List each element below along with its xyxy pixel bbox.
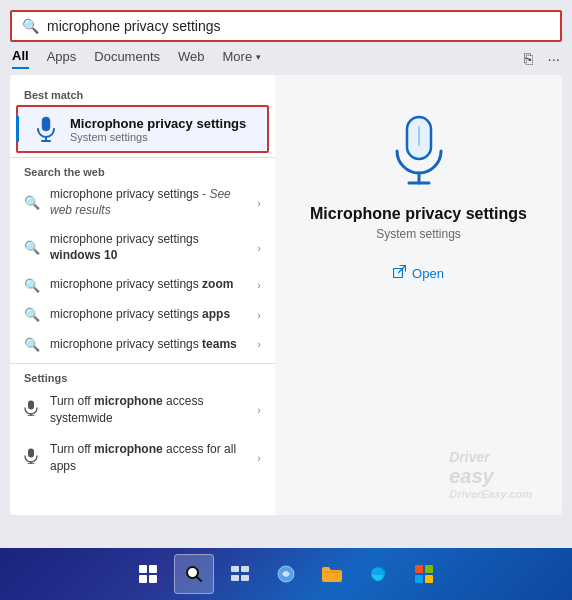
search-icon: 🔍 xyxy=(24,240,40,255)
tab-all[interactable]: All xyxy=(12,48,29,69)
best-match-title: Microphone privacy settings xyxy=(70,116,246,131)
svg-rect-20 xyxy=(231,566,239,572)
external-link-icon xyxy=(393,265,406,281)
list-item[interactable]: 🔍 microphone privacy settings - See web … xyxy=(10,180,275,225)
open-link[interactable]: Open xyxy=(393,265,444,281)
tab-web[interactable]: Web xyxy=(178,49,205,68)
svg-line-19 xyxy=(197,577,202,582)
search-bar-icon: 🔍 xyxy=(22,18,39,34)
chevron-right-icon: › xyxy=(257,197,261,209)
microsoft-store-button[interactable] xyxy=(404,554,444,594)
settings-item-text-1: Turn off microphone access systemwide xyxy=(50,393,247,427)
file-explorer-button[interactable] xyxy=(312,554,352,594)
taskbar-search-button[interactable] xyxy=(174,554,214,594)
chevron-right-icon: › xyxy=(257,452,261,464)
microphone-small-icon xyxy=(24,448,40,467)
share-icon[interactable]: ⎘ xyxy=(524,50,533,67)
list-item[interactable]: 🔍 microphone privacy settings apps › xyxy=(10,300,275,330)
best-match-text: Microphone privacy settings System setti… xyxy=(70,116,246,143)
svg-rect-6 xyxy=(28,449,34,458)
svg-rect-16 xyxy=(139,575,147,583)
svg-rect-21 xyxy=(241,566,249,572)
tab-more[interactable]: More ▾ xyxy=(223,49,262,68)
right-panel: Microphone privacy settings System setti… xyxy=(275,75,562,515)
svg-rect-3 xyxy=(28,401,34,410)
svg-rect-15 xyxy=(149,565,157,573)
best-match-label: Best match xyxy=(10,85,275,103)
open-label: Open xyxy=(412,266,444,281)
svg-rect-26 xyxy=(425,565,433,573)
chevron-right-icon: › xyxy=(257,279,261,291)
svg-rect-27 xyxy=(415,575,423,583)
chevron-right-icon: › xyxy=(257,338,261,350)
microphone-large-icon xyxy=(389,115,449,191)
svg-rect-28 xyxy=(425,575,433,583)
left-panel: Best match Microphone privacy settings S… xyxy=(10,75,275,515)
settings-item-text-2: Turn off microphone access for all apps xyxy=(50,441,247,475)
svg-rect-22 xyxy=(231,575,239,581)
microphone-icon xyxy=(32,115,60,143)
web-item-text-4: microphone privacy settings apps xyxy=(50,307,247,323)
list-item[interactable]: 🔍 microphone privacy settings teams › xyxy=(10,330,275,360)
tabs-bar: All Apps Documents Web More ▾ ⎘ ··· xyxy=(0,42,572,69)
chevron-right-icon: › xyxy=(257,242,261,254)
list-item[interactable]: 🔍 microphone privacy settings zoom › xyxy=(10,270,275,300)
tab-documents[interactable]: Documents xyxy=(94,49,160,68)
web-item-text-3: microphone privacy settings zoom xyxy=(50,277,247,293)
microphone-small-icon xyxy=(24,400,40,419)
svg-rect-23 xyxy=(241,575,249,581)
web-item-text-2: microphone privacy settings windows 10 xyxy=(50,232,247,263)
search-web-label: Search the web xyxy=(10,162,275,180)
search-icon: 🔍 xyxy=(24,195,40,210)
best-match-subtitle: System settings xyxy=(70,131,246,143)
right-panel-subtitle: System settings xyxy=(376,227,461,241)
best-match-item[interactable]: Microphone privacy settings System setti… xyxy=(16,105,269,153)
list-item[interactable]: 🔍 microphone privacy settings windows 10… xyxy=(10,225,275,270)
settings-item-2[interactable]: Turn off microphone access for all apps … xyxy=(10,434,275,482)
search-bar[interactable]: 🔍 xyxy=(10,10,562,42)
search-icon: 🔍 xyxy=(24,337,40,352)
web-item-text-1: microphone privacy settings - See web re… xyxy=(50,187,247,218)
taskbar xyxy=(0,548,572,600)
watermark: Driver easy DriverEasy.com xyxy=(449,449,532,500)
chevron-right-icon: › xyxy=(257,309,261,321)
start-button[interactable] xyxy=(128,554,168,594)
svg-rect-25 xyxy=(415,565,423,573)
tabs-right-actions: ⎘ ··· xyxy=(524,50,560,67)
web-item-text-5: microphone privacy settings teams xyxy=(50,337,247,353)
task-view-button[interactable] xyxy=(220,554,260,594)
edge-browser-button[interactable] xyxy=(358,554,398,594)
more-options-icon[interactable]: ··· xyxy=(547,50,560,67)
settings-section-label: Settings xyxy=(10,368,275,386)
search-input[interactable] xyxy=(47,18,550,34)
right-panel-title: Microphone privacy settings xyxy=(310,205,527,223)
chevron-right-icon: › xyxy=(257,404,261,416)
main-content: Best match Microphone privacy settings S… xyxy=(10,75,562,515)
svg-rect-0 xyxy=(42,117,50,131)
search-icon: 🔍 xyxy=(24,278,40,293)
widgets-button[interactable] xyxy=(266,554,306,594)
svg-rect-14 xyxy=(139,565,147,573)
search-icon: 🔍 xyxy=(24,307,40,322)
settings-item-1[interactable]: Turn off microphone access systemwide › xyxy=(10,386,275,434)
tab-apps[interactable]: Apps xyxy=(47,49,77,68)
chevron-down-icon: ▾ xyxy=(256,52,261,62)
svg-rect-17 xyxy=(149,575,157,583)
